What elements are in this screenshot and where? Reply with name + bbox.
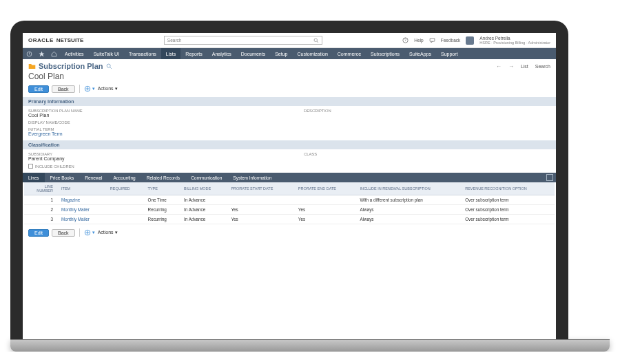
user-name: Andres Petrella: [479, 36, 550, 41]
include-children-label: INCLUDE CHILDREN: [35, 164, 74, 169]
menu-item-analytics[interactable]: Analytics: [207, 48, 236, 59]
cell-item[interactable]: Magazine: [57, 195, 106, 205]
cell-type: Recurring: [144, 205, 180, 215]
tab-system-info[interactable]: System Information: [227, 173, 277, 182]
tabs-expand[interactable]: [546, 173, 553, 182]
subsidiary-value: Parent Company: [28, 156, 152, 161]
col-rev-rec[interactable]: REVENUE RECOGNITION OPTION: [461, 182, 555, 195]
table-row[interactable]: 2Monthly MailerRecurringIn AdvanceYesYes…: [24, 205, 555, 215]
cell-renewal: With a different subscription plan: [356, 195, 462, 205]
quick-add-icon-bottom[interactable]: ▾: [84, 229, 95, 236]
cell-prorate-start: Yes: [227, 205, 293, 215]
table-row[interactable]: 1MagazineOne TimeIn AdvanceWith a differ…: [24, 195, 555, 205]
col-billing-mode[interactable]: BILLING MODE: [180, 182, 227, 195]
cell-prorate-end: Yes: [294, 215, 356, 224]
actions-menu[interactable]: Actions ▾: [98, 86, 118, 92]
cell-prorate-start: Yes: [227, 215, 293, 224]
feedback-label[interactable]: Feedback: [441, 38, 461, 43]
page-search-icon[interactable]: [106, 63, 112, 69]
section-classification-fields: SUBSIDIARY Parent Company INCLUDE CHILDR…: [23, 149, 556, 173]
cell-prorate-end: Yes: [294, 205, 356, 215]
menu-items: Activities SuiteTalk UI Transactions Lis…: [60, 48, 463, 59]
app-screen: ORACLE NETSUITE Search ? Help Feedback A…: [23, 33, 556, 339]
menu-item-documents[interactable]: Documents: [236, 48, 270, 59]
section-classification-header: Classification: [23, 140, 556, 149]
actions-menu-bottom[interactable]: Actions ▾: [98, 230, 118, 235]
cell-type: One Time: [144, 195, 180, 205]
page-title: Subscription Plan: [39, 62, 103, 70]
tab-price-books[interactable]: Price Books: [45, 173, 80, 182]
svg-rect-4: [430, 39, 435, 42]
col-prorate-start[interactable]: PRORATE START DATE: [227, 182, 293, 195]
brand-logo: ORACLE NETSUITE: [28, 37, 83, 43]
menu-item-suiteapps[interactable]: SuiteApps: [404, 48, 436, 59]
col-type[interactable]: TYPE: [144, 182, 180, 195]
svg-text:?: ?: [404, 38, 406, 42]
lines-table: LINE NUMBER ITEM REQUIRED TYPE BILLING M…: [24, 182, 555, 224]
action-row-bottom: Edit Back ▾ Actions ▾: [23, 224, 556, 241]
star-icon[interactable]: [35, 48, 48, 59]
tab-accounting[interactable]: Accounting: [108, 173, 141, 182]
menu-item-activities[interactable]: Activities: [60, 48, 89, 59]
feedback-icon[interactable]: [429, 37, 435, 43]
col-line-number[interactable]: LINE NUMBER: [24, 182, 57, 195]
user-block[interactable]: Andres Petrella HSRE · Provisioning Bill…: [479, 36, 550, 45]
description-label: DESCRIPTION: [304, 109, 428, 113]
help-label[interactable]: Help: [414, 38, 423, 43]
tab-lines[interactable]: Lines: [23, 173, 45, 182]
back-button-bottom[interactable]: Back: [52, 229, 75, 237]
menu-item-support[interactable]: Support: [436, 48, 463, 59]
menu-item-setup[interactable]: Setup: [270, 48, 292, 59]
cell-billing: In Advance: [180, 215, 227, 224]
folder-icon: [28, 63, 36, 70]
search-link[interactable]: Search: [535, 64, 550, 69]
menu-item-commerce[interactable]: Commerce: [333, 48, 366, 59]
menu-icon-group: [23, 48, 60, 59]
tab-related-records[interactable]: Related Records: [141, 173, 185, 182]
plan-name-value: Cool Plan: [28, 113, 152, 118]
edit-button-bottom[interactable]: Edit: [28, 229, 49, 237]
back-button[interactable]: Back: [52, 85, 75, 93]
svg-point-6: [107, 64, 110, 67]
quick-add-icon[interactable]: ▾: [84, 85, 95, 92]
col-include-renewal[interactable]: INCLUDE IN RENEWAL SUBSCRIPTION: [356, 182, 462, 195]
table-row[interactable]: 3Monthly MailerRecurringIn AdvanceYesYes…: [24, 215, 555, 224]
home-icon[interactable]: [48, 48, 60, 59]
initial-term-value[interactable]: Evergreen Term: [28, 131, 152, 136]
col-item[interactable]: ITEM: [57, 182, 106, 195]
global-search-input[interactable]: Search: [164, 36, 322, 45]
table-header-row: LINE NUMBER ITEM REQUIRED TYPE BILLING M…: [24, 182, 555, 195]
list-link[interactable]: List: [521, 64, 528, 69]
divider: [79, 228, 80, 237]
menu-item-suitetalk[interactable]: SuiteTalk UI: [89, 48, 124, 59]
cell-required: [106, 195, 144, 205]
laptop-frame: ORACLE NETSUITE Search ? Help Feedback A…: [10, 21, 568, 339]
cell-revrec: Over subscription term: [461, 215, 555, 224]
help-icon[interactable]: ?: [402, 37, 409, 43]
cell-item[interactable]: Monthly Mailer: [57, 205, 106, 215]
avatar[interactable]: [466, 36, 474, 45]
tab-renewal[interactable]: Renewal: [79, 173, 107, 182]
search-icon: [313, 38, 319, 43]
lines-table-wrap: LINE NUMBER ITEM REQUIRED TYPE BILLING M…: [23, 182, 556, 224]
tab-communication[interactable]: Communication: [185, 173, 227, 182]
col-required[interactable]: REQUIRED: [106, 182, 144, 195]
clock-icon[interactable]: [23, 48, 35, 59]
search-bar-wrap: Search: [83, 36, 402, 45]
col-prorate-end[interactable]: PRORATE END DATE: [294, 182, 356, 195]
top-bar: ORACLE NETSUITE Search ? Help Feedback A…: [23, 33, 556, 48]
include-children-checkbox[interactable]: [28, 164, 33, 169]
class-label: CLASS: [304, 152, 428, 156]
cell-item[interactable]: Monthly Mailer: [57, 215, 106, 224]
menu-item-subscriptions[interactable]: Subscriptions: [366, 48, 404, 59]
menu-item-transactions[interactable]: Transactions: [124, 48, 161, 59]
page-header-right: ← → List Search: [496, 63, 550, 69]
next-record-icon[interactable]: →: [508, 63, 514, 69]
edit-button[interactable]: Edit: [28, 85, 49, 93]
main-menu: Activities SuiteTalk UI Transactions Lis…: [23, 48, 556, 59]
prev-record-icon[interactable]: ←: [496, 63, 502, 69]
menu-item-reports[interactable]: Reports: [180, 48, 207, 59]
menu-item-lists[interactable]: Lists: [161, 48, 180, 59]
cell-line-number: 3: [24, 215, 57, 224]
menu-item-customization[interactable]: Customization: [292, 48, 332, 59]
